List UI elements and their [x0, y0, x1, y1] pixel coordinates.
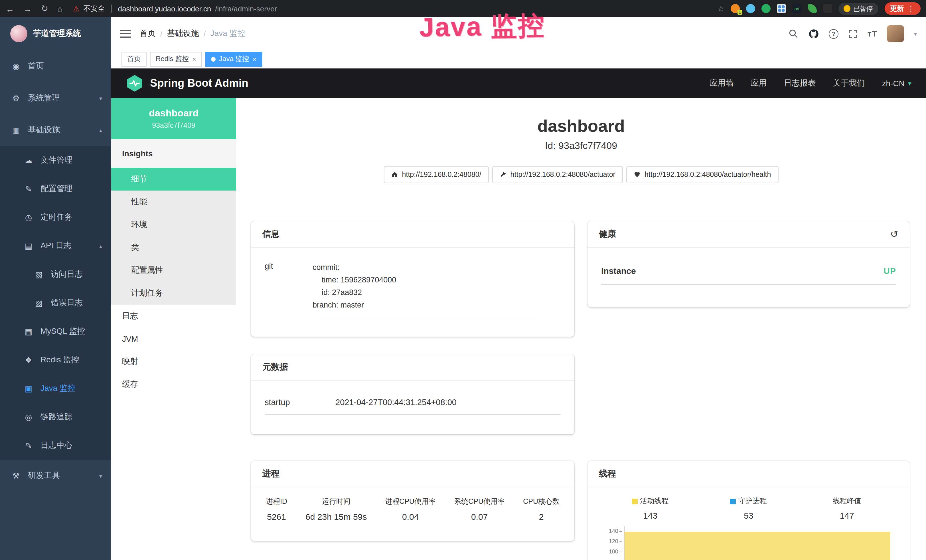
font-size-icon[interactable]: тT: [867, 29, 878, 38]
sba-item-classes[interactable]: 类: [111, 236, 236, 259]
breadcrumb-home[interactable]: 首页: [140, 29, 156, 39]
close-icon[interactable]: ×: [253, 55, 256, 63]
tab-redis-monitor[interactable]: Redis 监控 ×: [150, 51, 202, 67]
tab-home[interactable]: 首页: [121, 51, 147, 67]
chevron-down-icon: ▾: [99, 473, 102, 479]
sidebar-item-access-logs[interactable]: ▧ 访问日志: [0, 260, 111, 289]
extension-fox-icon[interactable]: 1: [731, 4, 740, 13]
process-card: 进程 进程ID5261 运行时间6d 23h 15m 59s 进程CPU使用率0…: [251, 461, 574, 541]
address-bar[interactable]: ⚠ 不安全 dashboard.yudao.iocoder.cn /infra/…: [73, 4, 277, 14]
legend-label: 线程峰值: [833, 496, 861, 506]
tab-java-monitor[interactable]: Java 监控 ×: [205, 51, 262, 67]
document-icon: ▤: [24, 241, 33, 250]
sba-nav-about[interactable]: 关于我们: [833, 78, 865, 88]
update-label: 更新: [890, 4, 904, 14]
sidebar-item-error-logs[interactable]: ▨ 错误日志: [0, 289, 111, 317]
home-icon[interactable]: ⌂: [57, 4, 62, 14]
layers-icon: ❖: [24, 356, 33, 365]
sidebar-item-file-management[interactable]: ☁ 文件管理: [0, 146, 111, 175]
sidebar-item-label: MySQL 监控: [41, 326, 85, 337]
sba-nav-journal[interactable]: 日志报表: [784, 78, 816, 88]
col-header: 系统CPU使用率: [454, 497, 505, 507]
info-line: time: 1596289704000: [313, 274, 540, 286]
sidebar-item-api-logs[interactable]: ▤ API 日志 ▴: [0, 232, 111, 260]
sba-item-mappings[interactable]: 映射: [111, 350, 236, 373]
instance-header[interactable]: dashboard 93a3fc7f7409: [111, 98, 236, 139]
caret-down-icon: ▾: [908, 80, 911, 87]
sba-item-scheduled-tasks[interactable]: 计划任务: [111, 282, 236, 305]
sidebar-item-log-center[interactable]: ✎ 日志中心: [0, 431, 111, 460]
sidebar-item-system-management[interactable]: ⚙ 系统管理 ▾: [0, 82, 111, 114]
metadata-key: startup: [265, 398, 335, 407]
link-home-url[interactable]: http://192.168.0.2:48080/: [384, 166, 489, 183]
sidebar-item-link-tracing[interactable]: ◎ 链路追踪: [0, 403, 111, 431]
link-actuator-url[interactable]: http://192.168.0.2:48080/actuator: [492, 166, 623, 183]
page-title: dashboard: [236, 117, 926, 136]
sba-nav-wallboard[interactable]: 应用墙: [710, 78, 734, 88]
history-icon[interactable]: ↺: [890, 228, 899, 240]
forward-icon[interactable]: →: [23, 4, 32, 14]
info-value: commit: time: 1596289704000 id: 27aa832 …: [313, 261, 540, 318]
sidebar-item-config-management[interactable]: ✎ 配置管理: [0, 175, 111, 203]
sidebar-item-label: 访问日志: [51, 269, 83, 280]
breadcrumb: 首页 / 基础设施 / Java 监控: [140, 29, 245, 39]
sidebar-item-label: Redis 监控: [41, 355, 79, 365]
extension-green-icon[interactable]: [761, 4, 770, 13]
sidebar-item-scheduled-tasks[interactable]: ◷ 定时任务: [0, 203, 111, 232]
bookmark-star-icon[interactable]: ☆: [717, 4, 724, 13]
info-key: git: [265, 261, 313, 318]
sidebar-item-label: 定时任务: [41, 212, 73, 222]
sidebar-item-dev-tools[interactable]: ⚒ 研发工具 ▾: [0, 460, 111, 492]
y-tick: 120: [609, 536, 622, 546]
sidebar-item-label: 错误日志: [51, 298, 83, 308]
link-health-url[interactable]: http://192.168.0.2:48080/actuator/health: [626, 166, 778, 183]
legend-label: 守护进程: [738, 496, 767, 506]
sidebar-item-java-monitor[interactable]: ▣ Java 监控: [0, 374, 111, 403]
url-host: dashboard.yudao.iocoder.cn: [118, 4, 211, 13]
sidebar-item-home[interactable]: ◉ 首页: [0, 50, 111, 82]
sba-item-logs[interactable]: 日志: [111, 305, 236, 327]
extension-drop-icon[interactable]: [746, 4, 755, 13]
breadcrumb-infrastructure[interactable]: 基础设施: [167, 29, 199, 39]
instance-name: dashboard: [149, 108, 198, 119]
sidebar-item-mysql-monitor[interactable]: ▦ MySQL 监控: [0, 317, 111, 346]
locale-selector[interactable]: zh-CN ▾: [882, 79, 911, 88]
legend-swatch-daemon: [730, 498, 736, 504]
caret-down-icon[interactable]: ▾: [914, 30, 917, 37]
col-header: 进程ID: [266, 497, 287, 507]
reload-icon[interactable]: ↻: [41, 3, 48, 14]
app-logo[interactable]: 芋道管理系统: [0, 17, 111, 50]
close-icon[interactable]: ×: [192, 55, 196, 63]
help-icon[interactable]: ?: [829, 29, 838, 38]
sba-item-environment[interactable]: 环境: [111, 213, 236, 236]
sba-nav-applications[interactable]: 应用: [751, 78, 767, 88]
app-menu: ◉ 首页 ⚙ 系统管理 ▾ ▥ 基础设施 ▴ ☁ 文件管理: [0, 50, 111, 560]
sba-item-config-props[interactable]: 配置属性: [111, 259, 236, 282]
col-value: 0.07: [471, 512, 488, 522]
y-tick: 140: [609, 526, 622, 536]
tab-bar: 首页 Redis 监控 × Java 监控 ×: [111, 50, 926, 68]
fullscreen-icon[interactable]: [848, 29, 858, 38]
gear-icon: ⚙: [11, 94, 21, 103]
avatar[interactable]: [887, 25, 904, 42]
back-icon[interactable]: ←: [6, 4, 14, 14]
extension-leaf-icon[interactable]: [808, 4, 817, 13]
extension-grid-icon[interactable]: [777, 4, 786, 13]
extension-power-icon[interactable]: on: [792, 4, 801, 13]
legend-swatch-live: [632, 498, 638, 504]
sba-item-metrics[interactable]: 性能: [111, 191, 236, 213]
sba-item-jvm[interactable]: JVM: [111, 327, 236, 350]
sidebar-item-redis-monitor[interactable]: ❖ Redis 监控: [0, 346, 111, 374]
github-icon[interactable]: [808, 28, 819, 39]
sba-item-details[interactable]: 细节: [111, 168, 236, 191]
browser-menu-icon[interactable]: ⋮: [907, 4, 915, 13]
sba-item-caches[interactable]: 缓存: [111, 373, 236, 396]
browser-chrome: ← → ↻ ⌂ ⚠ 不安全 dashboard.yudao.iocoder.cn…: [0, 0, 926, 17]
paused-badge[interactable]: 已暂停: [838, 3, 878, 15]
header-tools: ? тT ▾: [788, 25, 917, 42]
sidebar-item-infrastructure[interactable]: ▥ 基础设施 ▴: [0, 114, 111, 146]
browser-update-button[interactable]: 更新 ⋮: [884, 2, 920, 15]
extension-puzzle-icon[interactable]: [823, 4, 832, 13]
search-icon[interactable]: [788, 29, 799, 39]
hamburger-icon[interactable]: [120, 30, 131, 38]
